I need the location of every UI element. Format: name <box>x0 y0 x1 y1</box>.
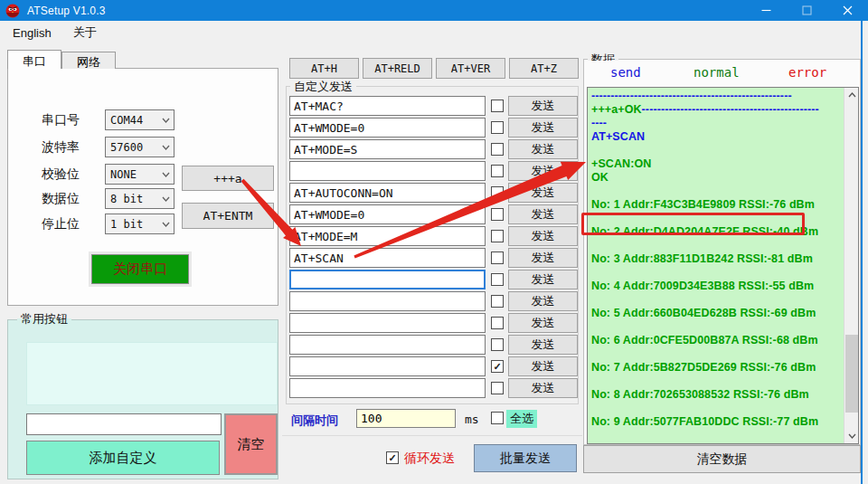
log-segment: ----------------------------------------… <box>591 90 792 102</box>
custom-send-checkbox[interactable]: ✓ <box>491 360 504 373</box>
clear-data-button[interactable]: 清空数据 <box>583 445 861 473</box>
window-title: ATSetup V1.0.3 <box>27 5 106 17</box>
custom-send-checkbox[interactable] <box>491 273 504 286</box>
close-button[interactable] <box>827 0 868 21</box>
quick-button-atver[interactable]: AT+VER <box>436 58 505 79</box>
title-bar: ATSetup V1.0.3 <box>0 0 868 21</box>
menu-item-english[interactable]: English <box>4 23 61 43</box>
chevron-down-icon <box>162 172 170 177</box>
send-button[interactable]: 发送 <box>508 270 578 289</box>
custom-send-input[interactable] <box>289 378 486 398</box>
select-all-label: 全选 <box>506 410 537 428</box>
interval-input[interactable] <box>356 409 456 428</box>
custom-send-checkbox[interactable] <box>491 165 504 177</box>
custom-send-checkbox[interactable] <box>491 338 504 351</box>
log-line: AT+SCAN <box>591 130 841 144</box>
custom-send-checkbox[interactable] <box>491 295 504 308</box>
close-serial-port-button[interactable]: 关闭串口 <box>91 254 189 284</box>
tab-network[interactable]: 网络 <box>61 52 116 69</box>
send-button[interactable]: 发送 <box>508 139 578 159</box>
log-view[interactable]: ----------------------------------------… <box>587 87 859 444</box>
send-button[interactable]: 发送 <box>508 313 578 333</box>
send-button[interactable]: 发送 <box>508 378 578 398</box>
custom-send-input[interactable] <box>289 248 486 268</box>
quick-button-atz[interactable]: AT+Z <box>509 58 579 79</box>
custom-send-input[interactable] <box>289 204 486 224</box>
stop-bits-select[interactable]: 1 bit <box>105 214 175 234</box>
quick-button-atreld[interactable]: AT+RELD <box>363 58 432 79</box>
tab-serial[interactable]: 串口 <box>7 50 61 69</box>
send-button[interactable]: 发送 <box>508 335 578 355</box>
custom-send-row: 发送 <box>289 118 578 138</box>
custom-send-checkbox[interactable] <box>491 230 504 242</box>
log-line: No: 5 Addr:660B04ED628B RSSI:-69 dBm <box>591 307 841 320</box>
custom-send-checkbox[interactable] <box>491 382 504 394</box>
send-button[interactable]: 发送 <box>508 248 578 268</box>
custom-send-checkbox[interactable] <box>491 121 504 134</box>
stop-bits-value: 1 bit <box>110 218 162 231</box>
scroll-up-icon[interactable] <box>844 88 859 102</box>
menu-item-about[interactable]: 关于 <box>64 21 106 44</box>
custom-send-input[interactable] <box>289 313 486 333</box>
send-button[interactable]: 发送 <box>508 204 578 224</box>
highlight-box <box>581 213 805 235</box>
parity-select[interactable]: NONE <box>105 164 175 185</box>
custom-send-checkbox[interactable] <box>491 100 504 112</box>
data-bits-select[interactable]: 8 bit <box>105 188 175 209</box>
new-command-input[interactable] <box>26 413 222 435</box>
field-row-baud-rate: 波特率57600 <box>8 137 278 157</box>
send-button[interactable]: 发送 <box>508 183 578 203</box>
data-bits-label: 数据位 <box>42 191 80 207</box>
interval-unit: ms <box>465 413 479 426</box>
add-custom-button[interactable]: 添加自定义 <box>26 441 220 475</box>
custom-send-input[interactable] <box>289 356 486 376</box>
loop-send-checkbox[interactable]: ✓ <box>386 451 399 464</box>
custom-send-input[interactable] <box>289 139 486 159</box>
field-row-com-port: 串口号COM44 <box>8 109 278 130</box>
send-button[interactable]: 发送 <box>508 356 578 376</box>
send-button[interactable]: 发送 <box>508 226 578 246</box>
custom-send-checkbox[interactable] <box>491 317 504 329</box>
quick-button-ath[interactable]: AT+H <box>289 58 359 79</box>
custom-send-checkbox[interactable] <box>491 251 504 264</box>
serial-settings-panel: 串口号COM44波特率57600校验位NONE数据位8 bit停止位1 bit … <box>7 68 278 306</box>
send-button[interactable]: 发送 <box>508 118 578 138</box>
custom-send-checkbox[interactable] <box>491 143 504 156</box>
scroll-down-icon[interactable] <box>844 429 859 443</box>
custom-send-input[interactable] <box>289 270 486 289</box>
send-button[interactable]: 发送 <box>508 96 578 116</box>
select-all-checkbox[interactable] <box>491 412 504 424</box>
clear-common-button[interactable]: 清空 <box>224 413 278 475</box>
log-segment: AT+SCAN <box>591 130 645 143</box>
custom-send-row: 发送 <box>289 378 578 398</box>
send-button[interactable]: 发送 <box>508 291 578 311</box>
batch-send-button[interactable]: 批量发送 <box>474 444 577 472</box>
log-scrollbar[interactable] <box>844 88 858 443</box>
custom-send-input[interactable] <box>289 335 486 355</box>
scrollbar-thumb[interactable] <box>845 335 858 413</box>
com-port-select[interactable]: COM44 <box>105 109 175 130</box>
custom-send-input[interactable] <box>289 118 486 138</box>
log-line: No: 3 Addr:883F11D1B242 RSSI:-81 dBm <box>591 252 841 266</box>
custom-send-row: 发送 <box>289 248 578 268</box>
custom-send-checkbox[interactable] <box>491 208 504 221</box>
plus-a-button[interactable]: +++a <box>182 166 274 191</box>
custom-send-input[interactable] <box>289 96 486 116</box>
log-segment: +SCAN:ON <box>591 157 651 170</box>
com-port-value: COM44 <box>110 114 162 127</box>
custom-send-input[interactable] <box>289 226 486 246</box>
minimize-button[interactable] <box>746 0 787 21</box>
custom-send-input[interactable] <box>289 291 486 311</box>
common-buttons-title: 常用按钮 <box>17 311 71 327</box>
log-line: ----------------------------------------… <box>591 90 841 103</box>
custom-send-row: 发送 <box>289 139 578 159</box>
send-button[interactable]: 发送 <box>508 161 578 181</box>
log-line: No: 9 Addr:5077FAB10DDC RSSI:-77 dBm <box>591 415 841 429</box>
custom-send-checkbox[interactable] <box>491 186 504 199</box>
custom-send-input[interactable] <box>289 161 486 181</box>
maximize-button[interactable] <box>787 0 827 21</box>
custom-send-input[interactable] <box>289 183 486 203</box>
at-entm-button[interactable]: AT+ENTM <box>182 203 274 229</box>
baud-rate-select[interactable]: 57600 <box>105 137 175 157</box>
log-line <box>591 347 841 361</box>
